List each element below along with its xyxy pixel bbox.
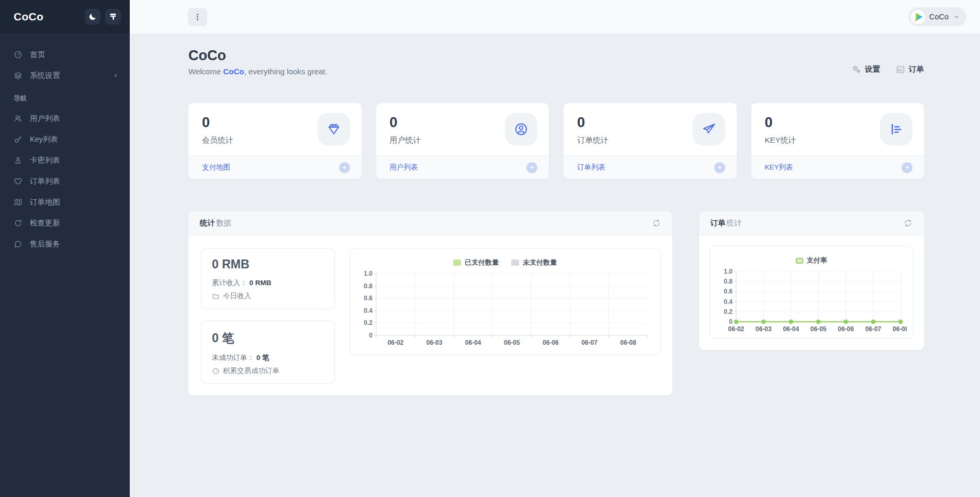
hbar-chart-icon (889, 122, 904, 137)
sidebar-item-label: 检查更新 (30, 218, 119, 228)
header-action-orders[interactable]: 订单 (896, 64, 924, 74)
legend-item[interactable]: 未支付数量 (511, 258, 557, 267)
arrow-right-badge[interactable] (714, 162, 725, 173)
welcome-user-link[interactable]: CoCo (223, 67, 244, 76)
sidebar-item-system-settings[interactable]: 系统设置 (0, 65, 130, 86)
svg-text:06-07: 06-07 (865, 325, 881, 333)
gears-icon (852, 65, 861, 74)
legend-marker (453, 259, 461, 266)
stat-card-body: 0KEY统计 (751, 103, 925, 155)
income-box: 0 RMB 累计收入：0 RMB 今日收入 (201, 248, 335, 309)
stat-icon-tile (318, 113, 350, 145)
svg-text:0: 0 (729, 318, 733, 325)
arrow-right-badge[interactable] (339, 162, 350, 173)
legend-label: 未支付数量 (523, 258, 557, 267)
sidebar-item-key-list[interactable]: Key列表 (0, 129, 130, 150)
sidebar-item-order-list[interactable]: 订单列表 (0, 171, 130, 191)
stats-panel: 统计 数据 0 RMB 累计收入：0 RMB 今日收入 0 笔 未成功订单：0 … (188, 211, 672, 396)
chevron-down-icon (953, 13, 960, 20)
stat-card-link[interactable]: 支付地图 (202, 163, 230, 172)
send-icon (702, 122, 716, 137)
dark-mode-toggle[interactable] (85, 9, 100, 25)
sidebar-item-check-update[interactable]: 检查更新 (0, 212, 130, 233)
stat-card-link[interactable]: 订单列表 (577, 163, 605, 172)
sidebar-item-order-map[interactable]: 订单地图 (0, 191, 130, 212)
header-action-label: 订单 (909, 64, 924, 74)
orders-panel-title-bold: 订单 (711, 218, 726, 228)
legend-item[interactable]: 支付率 (796, 256, 827, 265)
income-line-label: 累计收入： (212, 279, 247, 287)
stat-card-body: 0会员统计 (188, 103, 362, 155)
income-caption: 今日收入 (212, 291, 324, 301)
avatar (911, 10, 925, 24)
orders-refresh-button[interactable] (904, 219, 913, 228)
gauge-icon (212, 367, 220, 375)
sync-icon (904, 219, 913, 228)
sidebar-item-label: 卡密列表 (30, 155, 119, 165)
sidebar-header: CoCo (0, 0, 130, 33)
legend-label: 支付率 (807, 256, 827, 265)
orders-line-value: 0 笔 (256, 354, 269, 362)
stat-icon-tile (505, 113, 537, 145)
stat-card-footer: 订单列表 (564, 155, 737, 179)
orders-panel-body: 支付率 1.00.80.60.40.2006-0206-0306-0406-05… (699, 235, 924, 350)
stats-boxes: 0 RMB 累计收入：0 RMB 今日收入 0 笔 未成功订单：0 笔 积累交易… (201, 248, 335, 384)
nav-section-label: 导航 (0, 86, 130, 108)
sidebar-item-after-sales[interactable]: 售后服务 (0, 233, 130, 254)
stats-refresh-button[interactable] (652, 219, 661, 228)
orders-caption-text: 积累交易成功订单 (223, 366, 279, 376)
svg-text:0: 0 (369, 332, 373, 339)
welcome-message: Welcome CoCo, everything looks great. (188, 67, 328, 76)
stat-card-link[interactable]: KEY列表 (765, 163, 793, 172)
stat-card-footer: 用户列表 (376, 155, 549, 179)
sidebar-item-label: 售后服务 (30, 239, 119, 249)
sidebar-item-label: 系统设置 (30, 71, 105, 81)
arrow-right-badge[interactable] (526, 162, 537, 173)
stat-card-link[interactable]: 用户列表 (390, 163, 418, 172)
svg-text:06-05: 06-05 (810, 325, 826, 333)
heart-icon (14, 177, 22, 186)
header-action-settings[interactable]: 设置 (852, 64, 880, 74)
page-head: CoCo Welcome CoCo, everything looks grea… (188, 47, 924, 76)
header-action-label: 设置 (865, 64, 880, 74)
svg-text:06-08: 06-08 (893, 325, 907, 333)
stat-card-order-stats: 0订单统计订单列表 (564, 103, 737, 179)
sidebar-item-home[interactable]: 首页 (0, 44, 130, 65)
svg-text:06-06: 06-06 (543, 339, 559, 346)
stat-icon-tile (693, 113, 725, 145)
gauge-icon (14, 50, 22, 59)
sidebar-item-user-list[interactable]: 用户列表 (0, 108, 130, 129)
users-icon (14, 114, 22, 123)
sidebar-item-label: 首页 (30, 50, 119, 60)
orders-panel-title-light: 统计 (727, 218, 742, 228)
stat-card-body: 0订单统计 (564, 103, 737, 155)
svg-text:06-05: 06-05 (504, 339, 520, 346)
arrow-right-badge[interactable] (902, 162, 913, 173)
sidebar-item-card-list[interactable]: 卡密列表 (0, 150, 130, 171)
svg-text:0.6: 0.6 (364, 295, 373, 302)
svg-text:0.4: 0.4 (364, 307, 373, 314)
payrate-chart-card: 支付率 1.00.80.60.40.2006-0206-0306-0406-05… (709, 246, 914, 338)
user-menu[interactable]: CoCo (908, 7, 966, 26)
sidebar-item-label: Key列表 (30, 134, 119, 144)
svg-text:0.8: 0.8 (364, 283, 373, 290)
legend-label: 已支付数量 (465, 258, 499, 267)
svg-text:0.6: 0.6 (724, 288, 733, 295)
order-chart-icon (896, 65, 905, 74)
legend-item[interactable]: 已支付数量 (453, 258, 499, 267)
chat-icon (14, 240, 22, 249)
orders-line-label: 未成功订单： (212, 354, 254, 362)
svg-text:06-06: 06-06 (838, 325, 854, 333)
topbar: CoCo (130, 0, 980, 33)
stats-panel-header: 统计 数据 (188, 211, 672, 235)
seal-icon (14, 156, 22, 165)
svg-text:06-04: 06-04 (465, 339, 481, 346)
main-content: CoCo Welcome CoCo, everything looks grea… (130, 33, 980, 497)
sidebar-menu-button[interactable] (188, 8, 207, 26)
panels-row: 统计 数据 0 RMB 累计收入：0 RMB 今日收入 0 笔 未成功订单：0 … (188, 211, 924, 396)
theme-brush-button[interactable] (105, 9, 121, 25)
gem-icon (326, 122, 341, 137)
sidebar: CoCo 首页系统设置 导航 用户列表Key列表卡密列表订单列表订单地图检查更新… (0, 0, 130, 497)
sidebar-item-label: 订单列表 (30, 176, 119, 186)
svg-text:06-04: 06-04 (783, 325, 799, 333)
